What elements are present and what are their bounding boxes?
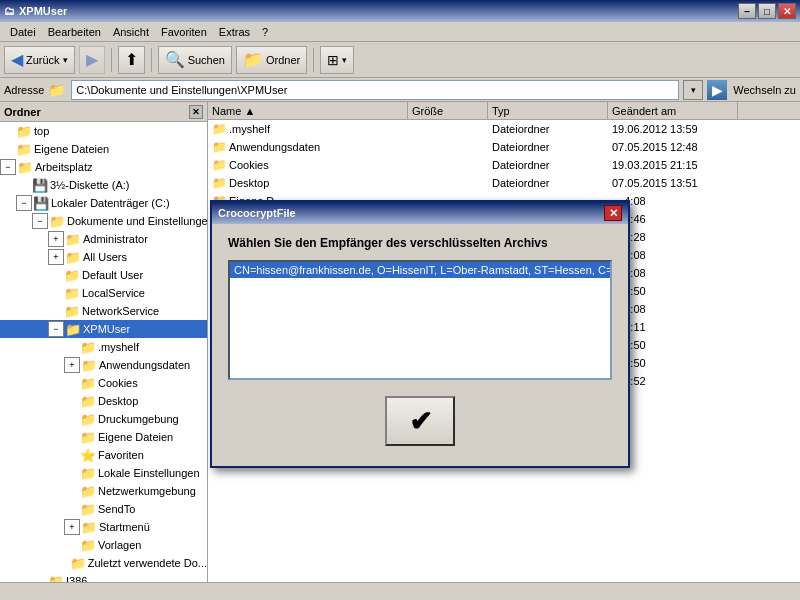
dialog-title: CrococryptFile: [218, 207, 296, 219]
dialog-close-button[interactable]: ✕: [604, 205, 622, 221]
dialog-overlay: CrococryptFile ✕ Wählen Sie den Empfänge…: [0, 0, 800, 600]
dialog-button-row: ✔: [228, 396, 612, 446]
ok-button[interactable]: ✔: [385, 396, 455, 446]
dialog-message: Wählen Sie den Empfänger des verschlüsse…: [228, 236, 612, 250]
dialog-title-bar: CrococryptFile ✕: [212, 202, 628, 224]
recipient-listbox[interactable]: CN=hissen@frankhissen.de, O=HissenIT, L=…: [228, 260, 612, 380]
ok-icon: ✔: [409, 405, 432, 438]
listbox-item[interactable]: CN=hissen@frankhissen.de, O=HissenIT, L=…: [230, 262, 610, 278]
dialog-body: Wählen Sie den Empfänger des verschlüsse…: [212, 224, 628, 466]
crococryptfile-dialog: CrococryptFile ✕ Wählen Sie den Empfänge…: [210, 200, 630, 468]
